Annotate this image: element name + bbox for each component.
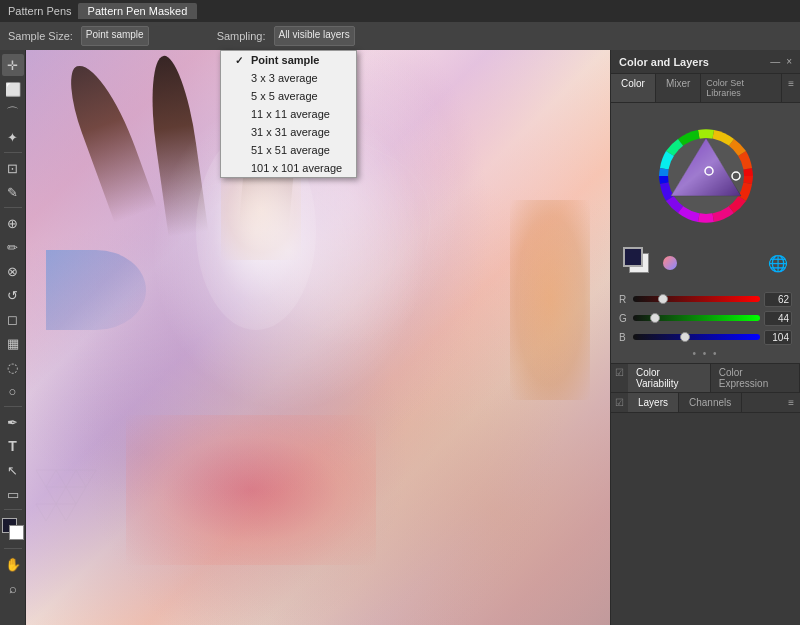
tool-stamp[interactable]: ⊗ <box>2 260 24 282</box>
gradient-icon: ▦ <box>7 336 19 351</box>
r-slider-thumb[interactable] <box>658 294 668 304</box>
move-icon: ✛ <box>7 58 18 73</box>
color-swatches[interactable] <box>623 247 657 279</box>
panel-controls: — × <box>770 56 792 67</box>
fg-bg-colors[interactable] <box>2 518 24 540</box>
color-variability-checkbox-icon: ☑ <box>611 364 628 392</box>
sample-size-label: Sample Size: <box>8 30 73 42</box>
tab-color[interactable]: Color <box>611 74 656 102</box>
color-wheel-container[interactable] <box>641 111 771 241</box>
tab-color-variability[interactable]: Color Variability <box>628 364 711 392</box>
dropper-tool-btn[interactable]: 🌐 <box>768 254 788 273</box>
layers-section: ☑ Layers Channels ≡ <box>611 393 800 625</box>
hand-icon: ✋ <box>5 557 21 572</box>
tab-layers[interactable]: Layers <box>628 393 679 412</box>
dropdown-item-0[interactable]: ✓ Point sample <box>221 51 356 69</box>
tool-blur[interactable]: ◌ <box>2 356 24 378</box>
background-color[interactable] <box>9 525 24 540</box>
sampling-label: Sampling: <box>217 30 266 42</box>
r-value[interactable]: 62 <box>764 292 792 307</box>
dropdown-item-6[interactable]: 101 x 101 average <box>221 159 356 177</box>
tool-path-select[interactable]: ↖ <box>2 459 24 481</box>
active-tab[interactable]: Pattern Pen Masked <box>78 3 198 19</box>
extra-options-row: • • • <box>619 348 792 359</box>
type-icon: T <box>8 438 17 454</box>
tool-type[interactable]: T <box>2 435 24 457</box>
dropdown-item-5[interactable]: 51 x 51 average <box>221 141 356 159</box>
color-wheel-svg[interactable] <box>641 111 771 241</box>
dropdown-item-4[interactable]: 31 x 31 average <box>221 123 356 141</box>
sample-size-select[interactable]: Point sample <box>81 26 149 46</box>
color-panel-menu-btn[interactable]: ≡ <box>782 74 800 102</box>
tool-history-brush[interactable]: ↺ <box>2 284 24 306</box>
swatch-tools: 🌐 <box>768 254 788 273</box>
check-icon: ✓ <box>235 55 245 66</box>
tool-eyedropper[interactable]: ✎ <box>2 181 24 203</box>
right-panel: Color and Layers — × Color Mixer Color S… <box>610 50 800 625</box>
pen-icon: ✒ <box>7 415 18 430</box>
g-label: G <box>619 313 629 324</box>
path-select-icon: ↖ <box>7 463 18 478</box>
tab-mixer[interactable]: Mixer <box>656 74 701 102</box>
stamp-icon: ⊗ <box>7 264 18 279</box>
tool-eraser[interactable]: ◻ <box>2 308 24 330</box>
tool-zoom[interactable]: ⌕ <box>2 577 24 599</box>
crop-icon: ⊡ <box>7 161 18 176</box>
healing-icon: ⊕ <box>7 216 18 231</box>
shape-icon: ▭ <box>7 487 19 502</box>
tool-healing[interactable]: ⊕ <box>2 212 24 234</box>
tool-divider-1 <box>4 152 22 153</box>
g-value[interactable]: 44 <box>764 311 792 326</box>
sample-size-dropdown[interactable]: ✓ Point sample 3 x 3 average 5 x 5 avera… <box>220 50 357 178</box>
tool-magic-wand[interactable]: ✦ <box>2 126 24 148</box>
layers-menu-btn[interactable]: ≡ <box>782 393 800 412</box>
tab-channels[interactable]: Channels <box>679 393 742 412</box>
brush-icon: ✏ <box>7 240 18 255</box>
r-slider-track[interactable] <box>633 296 760 302</box>
tool-hand[interactable]: ✋ <box>2 553 24 575</box>
panel-close-btn[interactable]: × <box>786 56 792 67</box>
layers-content <box>611 413 800 625</box>
sampling-select[interactable]: All visible layers <box>274 26 355 46</box>
rgb-sliders: R 62 G 44 B 104 • • • <box>611 287 800 363</box>
tab-color-expression[interactable]: Color Expression <box>711 364 800 392</box>
color-wheel-small[interactable] <box>663 256 677 270</box>
tool-divider-2 <box>4 207 22 208</box>
panel-title-bar: Color and Layers — × <box>611 50 800 74</box>
history-brush-icon: ↺ <box>7 288 18 303</box>
tool-lasso[interactable]: ⌒ <box>2 102 24 124</box>
rect-select-icon: ⬜ <box>5 82 21 97</box>
foreground-swatch[interactable] <box>623 247 643 267</box>
g-slider-thumb[interactable] <box>650 313 660 323</box>
eraser-icon: ◻ <box>7 312 18 327</box>
lasso-icon: ⌒ <box>6 104 19 122</box>
app-name: Pattern Pens <box>8 5 72 17</box>
dropdown-item-2[interactable]: 5 x 5 average <box>221 87 356 105</box>
tool-pen[interactable]: ✒ <box>2 411 24 433</box>
tool-divider-5 <box>4 548 22 549</box>
tool-dodge[interactable]: ○ <box>2 380 24 402</box>
swatch-row: 🌐 <box>619 247 792 279</box>
tool-crop[interactable]: ⊡ <box>2 157 24 179</box>
tool-brush[interactable]: ✏ <box>2 236 24 258</box>
tool-shape[interactable]: ▭ <box>2 483 24 505</box>
g-slider-track[interactable] <box>633 315 760 321</box>
tool-select-rect[interactable]: ⬜ <box>2 78 24 100</box>
b-value[interactable]: 104 <box>764 330 792 345</box>
dots-menu[interactable]: • • • <box>692 348 718 359</box>
eyedropper-icon: ✎ <box>7 185 18 200</box>
b-slider-thumb[interactable] <box>680 332 690 342</box>
tab-color-set[interactable]: Color Set Libraries <box>701 74 782 102</box>
color-wheel-area: 🌐 <box>611 103 800 287</box>
tool-move[interactable]: ✛ <box>2 54 24 76</box>
zoom-icon: ⌕ <box>9 581 17 596</box>
g-slider-row: G 44 <box>619 310 792 326</box>
panel-title: Color and Layers <box>619 56 709 68</box>
b-slider-row: B 104 <box>619 329 792 345</box>
panel-collapse-btn[interactable]: — <box>770 56 780 67</box>
b-slider-track[interactable] <box>633 334 760 340</box>
tool-gradient[interactable]: ▦ <box>2 332 24 354</box>
tool-divider-4 <box>4 509 22 510</box>
dropdown-item-1[interactable]: 3 x 3 average <box>221 69 356 87</box>
dropdown-item-3[interactable]: 11 x 11 average <box>221 105 356 123</box>
